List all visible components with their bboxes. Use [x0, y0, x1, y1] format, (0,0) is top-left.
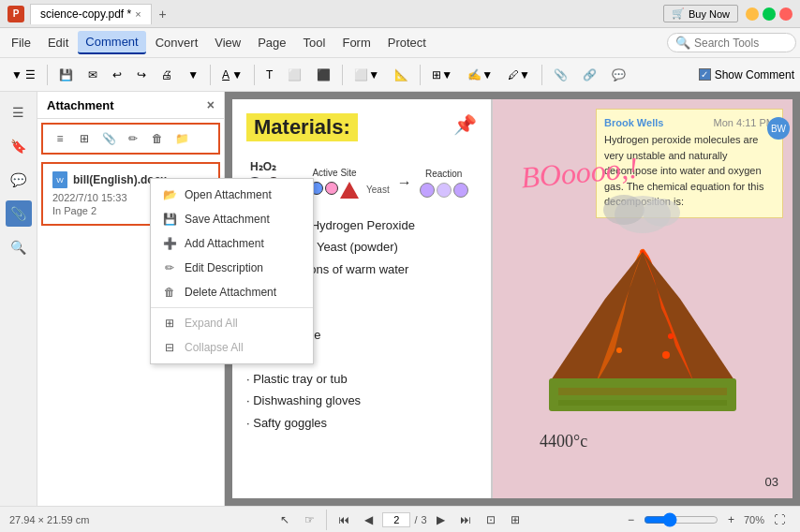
total-pages: 3	[421, 514, 426, 525]
folder-open-icon: 📂	[162, 187, 177, 202]
tab-close-button[interactable]: ×	[135, 8, 141, 20]
fullscreen-button[interactable]: ⛶	[768, 511, 791, 528]
window-controls	[746, 7, 793, 21]
tool-measure[interactable]: 📐	[389, 65, 414, 85]
temp-text: 4400°c	[540, 432, 587, 451]
menu-page[interactable]: Page	[250, 32, 293, 53]
tool-email[interactable]: ✉	[82, 65, 103, 85]
app-icon: P	[7, 6, 24, 22]
tool-text-markup[interactable]: ⬛	[311, 65, 336, 85]
file-tab[interactable]: science-copy.pdf * ×	[30, 4, 152, 24]
panel-tool-folder[interactable]: 📁	[170, 128, 193, 149]
panel-title: Attachment	[47, 98, 114, 112]
tool-shape[interactable]: ⬜▼	[348, 65, 385, 85]
nav-separator	[326, 510, 327, 530]
status-dimensions: 27.94 × 21.59 cm	[9, 514, 265, 525]
trash-icon: 🗑	[162, 285, 177, 300]
ctx-delete-attachment[interactable]: 🗑 Delete Attachment	[151, 280, 313, 304]
show-comment-checkbox[interactable]	[699, 68, 711, 81]
tab-area: science-copy.pdf * × +	[30, 4, 172, 24]
ctx-edit-description[interactable]: ✏ Edit Description	[151, 256, 313, 280]
panel-tool-thumbnail[interactable]: ⊞	[73, 128, 96, 149]
svg-point-1	[603, 195, 644, 225]
ctx-open-attachment[interactable]: 📂 Open Attachment	[151, 183, 313, 207]
panel-header: Attachment ×	[37, 92, 224, 119]
ctx-add-attachment[interactable]: ➕ Add Attachment	[151, 231, 313, 256]
left-sidebar: ☰ 🔖 💬 📎 🔍	[0, 92, 37, 506]
nav-fit-width[interactable]: ⊞	[505, 511, 526, 528]
tool-more[interactable]: ▼	[182, 65, 204, 85]
tool-link[interactable]: 🔗	[577, 65, 602, 85]
search-box[interactable]: 🔍	[667, 33, 796, 52]
svg-point-7	[616, 347, 622, 353]
separator-2	[210, 65, 211, 85]
minimize-button[interactable]	[746, 7, 759, 21]
zoom-in-button[interactable]: +	[722, 511, 740, 528]
page-number-input[interactable]	[382, 512, 410, 527]
menu-convert[interactable]: Convert	[148, 32, 206, 53]
panel-tool-attach[interactable]: 📎	[97, 128, 120, 149]
nav-first-page[interactable]: ⏮	[333, 511, 355, 528]
ingredient-7: · Plastic tray or tub	[246, 368, 477, 390]
sidebar-item-bookmarks[interactable]: 🔖	[6, 133, 32, 159]
close-button[interactable]	[779, 7, 793, 21]
ctx-expand-all: ⊞ Expand All	[151, 311, 313, 335]
panel-tool-list[interactable]: ≡	[49, 128, 71, 149]
panel-tool-edit[interactable]: ✏	[122, 128, 144, 149]
panel-toolbar: ≡ ⊞ 📎 ✏ 🗑 📁	[41, 123, 220, 155]
ctx-save-attachment[interactable]: 💾 Save Attachment	[151, 207, 313, 231]
tool-highlight[interactable]: 🖊▼	[502, 65, 536, 85]
zoom-slider[interactable]	[644, 512, 719, 527]
tool-signature[interactable]: ✍▼	[462, 65, 498, 85]
save-icon: 💾	[162, 212, 177, 227]
tool-text-select[interactable]: ⬜	[282, 65, 307, 85]
nav-prev-page[interactable]: ◀	[359, 511, 378, 528]
menu-form[interactable]: Form	[334, 32, 378, 53]
sidebar-item-search[interactable]: 🔍	[6, 234, 32, 260]
search-input[interactable]	[694, 37, 788, 50]
tool-callout[interactable]: 💬	[606, 65, 631, 85]
tool-attach[interactable]: 📎	[548, 65, 573, 85]
sidebar-item-comments[interactable]: 💬	[6, 167, 32, 193]
menu-comment[interactable]: Comment	[78, 31, 145, 54]
nav-next-page[interactable]: ▶	[431, 511, 451, 528]
title-bar: P science-copy.pdf * × + 🛒 Buy Now	[0, 0, 800, 28]
svg-point-2	[643, 199, 680, 227]
pdf-content-right: Brook Wells Mon 4:11 PM Hydrogen peroxid…	[493, 99, 793, 498]
pin-icon: 📌	[453, 113, 477, 136]
materials-title: Materials:	[246, 113, 358, 141]
sidebar-item-attachments[interactable]: 📎	[6, 200, 32, 227]
nav-fit-page[interactable]: ⊡	[481, 511, 501, 528]
nav-select-tool[interactable]: ↖	[274, 511, 295, 528]
menu-file[interactable]: File	[4, 32, 38, 53]
tool-stamp[interactable]: ⊞▼	[426, 65, 458, 85]
sidebar-item-panels[interactable]: ☰	[6, 99, 32, 126]
menu-edit[interactable]: Edit	[40, 32, 76, 53]
menu-protect[interactable]: Protect	[380, 32, 434, 53]
tool-print[interactable]: 🖨	[156, 65, 178, 85]
menu-view[interactable]: View	[207, 32, 248, 53]
file-date: 2022/7/10 15:33	[52, 192, 127, 203]
nav-hand-tool[interactable]: ☞	[299, 511, 320, 528]
collapse-icon: ⊟	[162, 340, 177, 355]
title-bar-left: P science-copy.pdf * × +	[7, 4, 663, 24]
zoom-out-button[interactable]: −	[622, 511, 640, 528]
tool-undo[interactable]: ↩	[107, 65, 127, 85]
panel-tool-delete[interactable]: 🗑	[146, 128, 169, 149]
show-comment-label: Show Comment	[715, 68, 794, 81]
nav-last-page[interactable]: ⏭	[454, 511, 477, 528]
tool-save[interactable]: 💾	[53, 65, 79, 85]
panel-close-button[interactable]: ×	[207, 97, 215, 112]
new-tab-button[interactable]: +	[154, 4, 172, 24]
tool-select[interactable]: ▼ ☰	[6, 65, 41, 85]
buy-now-button[interactable]: 🛒 Buy Now	[663, 5, 738, 22]
maximize-button[interactable]	[763, 7, 776, 21]
volcano-svg	[511, 177, 774, 421]
tool-underline[interactable]: A ▼	[216, 65, 248, 85]
tool-textbox[interactable]: T	[260, 65, 278, 85]
svg-rect-5	[558, 400, 727, 406]
tool-redo[interactable]: ↪	[131, 65, 152, 85]
menu-tool[interactable]: Tool	[296, 32, 333, 53]
svg-rect-4	[558, 388, 727, 395]
ingredient-9: · Safty goggles	[246, 412, 477, 434]
